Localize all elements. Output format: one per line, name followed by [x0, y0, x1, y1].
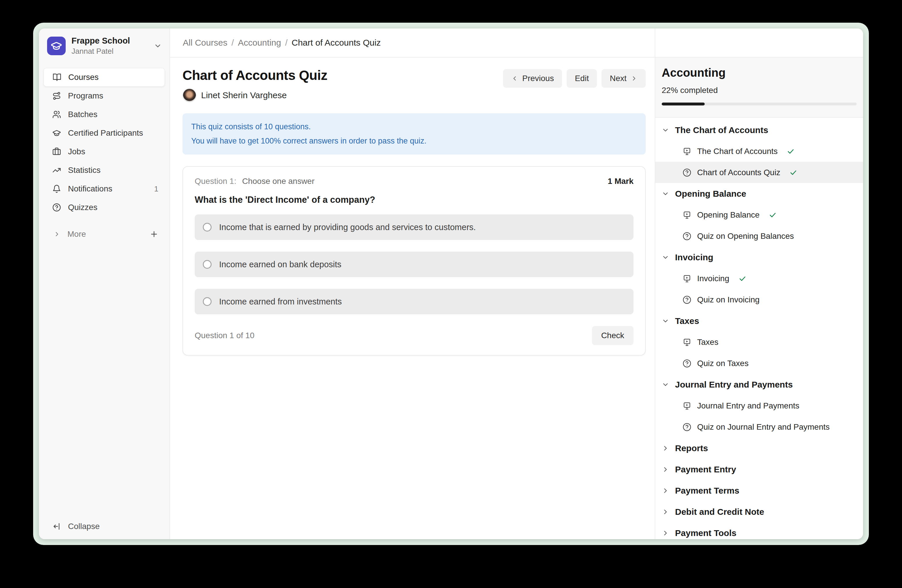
- outline-section-label: Journal Entry and Payments: [675, 380, 793, 389]
- outline-section-opening-balance[interactable]: Opening Balance: [655, 183, 863, 204]
- course-progress-fill: [662, 103, 705, 105]
- outline-item-label: The Chart of Accounts: [697, 147, 778, 156]
- outline-item-the-chart-of-accounts[interactable]: The Chart of Accounts: [655, 141, 863, 162]
- outline-item-journal-entry-and-payments[interactable]: Journal Entry and Payments: [655, 395, 863, 416]
- question-number-label: Question 1:: [195, 177, 236, 186]
- outline-section-invoicing[interactable]: Invoicing: [655, 247, 863, 268]
- quiz-icon: [683, 296, 691, 304]
- chevron-right-icon: [662, 529, 669, 537]
- chevron-right-icon: [662, 444, 669, 452]
- quiz-icon: [683, 232, 691, 241]
- sidebar: Frappe School Jannat Patel CoursesProgra…: [39, 28, 170, 539]
- sidebar-item-label: Quizzes: [68, 203, 97, 212]
- chevron-down-icon: [662, 127, 669, 134]
- chevron-right-icon: [662, 466, 669, 473]
- answer-option-2[interactable]: Income earned on bank deposits: [195, 252, 634, 277]
- previous-button[interactable]: Previous: [503, 69, 562, 88]
- completed-check-icon: [789, 169, 797, 176]
- workspace-switcher[interactable]: Frappe School Jannat Patel: [47, 36, 164, 56]
- sidebar-item-courses[interactable]: Courses: [44, 68, 165, 87]
- course-progress-header: Accounting 22% completed: [655, 58, 863, 118]
- sidebar-menu: CoursesProgramsBatchesCertified Particip…: [39, 68, 169, 217]
- outline-item-opening-balance[interactable]: Opening Balance: [655, 204, 863, 225]
- chevron-right-icon: [53, 231, 60, 238]
- outline-section-label: The Chart of Accounts: [675, 125, 768, 135]
- outline-item-quiz-on-opening-balances[interactable]: Quiz on Opening Balances: [655, 225, 863, 247]
- chevron-left-icon: [511, 75, 518, 82]
- radio-button[interactable]: [203, 223, 211, 231]
- course-progress-text: 22% completed: [662, 86, 857, 95]
- lesson-icon: [683, 274, 691, 283]
- main-area: All Courses / Accounting / Chart of Acco…: [170, 28, 655, 539]
- outline-section-payment-tools[interactable]: Payment Tools: [655, 522, 863, 539]
- banner-line-2: You will have to get 100% correct answer…: [191, 134, 637, 148]
- quiz-info-banner: This quiz consists of 10 questions. You …: [183, 113, 646, 155]
- sidebar-item-label: Jobs: [68, 147, 85, 156]
- course-outline-panel: Accounting 22% completed The Chart of Ac…: [655, 28, 863, 539]
- author-name: Linet Sherin Varghese: [201, 90, 287, 100]
- next-button[interactable]: Next: [601, 69, 646, 88]
- radio-button[interactable]: [203, 260, 211, 269]
- edit-button[interactable]: Edit: [567, 69, 597, 88]
- lesson-icon: [683, 211, 691, 219]
- sidebar-collapse-button[interactable]: Collapse: [39, 522, 169, 539]
- quiz-icon: [683, 168, 691, 177]
- sidebar-item-label: Certified Participants: [68, 128, 143, 138]
- course-progress-bar: [662, 103, 857, 105]
- help-circle-icon: [52, 203, 61, 212]
- completed-check-icon: [787, 148, 794, 155]
- app-window: Frappe School Jannat Patel CoursesProgra…: [39, 28, 863, 539]
- quiz-page: Chart of Accounts Quiz Linet Sherin Varg…: [170, 58, 655, 539]
- panel-top-spacer: [655, 28, 863, 58]
- lesson-icon: [683, 147, 691, 156]
- breadcrumb-all-courses[interactable]: All Courses: [183, 38, 227, 48]
- outline-section-label: Payment Tools: [675, 528, 736, 538]
- sidebar-item-quizzes[interactable]: Quizzes: [44, 198, 165, 217]
- sidebar-more-button[interactable]: More: [39, 225, 169, 244]
- completed-check-icon: [769, 211, 777, 219]
- outline-item-invoicing[interactable]: Invoicing: [655, 268, 863, 289]
- sidebar-item-programs[interactable]: Programs: [44, 87, 165, 105]
- outline-item-quiz-on-invoicing[interactable]: Quiz on Invoicing: [655, 289, 863, 310]
- sidebar-item-label: Statistics: [68, 166, 100, 175]
- outline-section-payment-entry[interactable]: Payment Entry: [655, 459, 863, 480]
- outline-section-label: Payment Entry: [675, 464, 736, 474]
- banner-line-1: This quiz consists of 10 questions.: [191, 120, 637, 134]
- chevron-right-icon: [662, 487, 669, 494]
- frappe-school-logo-icon: [47, 37, 66, 55]
- chevron-down-icon: [662, 381, 669, 388]
- question-text: What is the 'Direct Income' of a company…: [195, 195, 634, 205]
- question-progress: Question 1 of 10: [195, 331, 254, 340]
- sidebar-item-label: Programs: [68, 91, 103, 100]
- collapse-label: Collapse: [68, 522, 100, 531]
- breadcrumb-accounting[interactable]: Accounting: [238, 38, 281, 48]
- sidebar-more-label: More: [67, 230, 86, 239]
- question-marks: 1 Mark: [608, 177, 634, 186]
- answer-option-1[interactable]: Income that is earned by providing goods…: [195, 214, 634, 240]
- outline-section-payment-terms[interactable]: Payment Terms: [655, 480, 863, 501]
- outline-item-taxes[interactable]: Taxes: [655, 332, 863, 353]
- outline-item-quiz-on-journal-entry-and-payments[interactable]: Quiz on Journal Entry and Payments: [655, 416, 863, 438]
- outline-section-label: Debit and Credit Note: [675, 507, 764, 517]
- sidebar-item-certified-participants[interactable]: Certified Participants: [44, 124, 165, 142]
- bell-icon: [52, 185, 61, 193]
- check-button[interactable]: Check: [592, 326, 634, 345]
- outline-item-chart-of-accounts-quiz[interactable]: Chart of Accounts Quiz: [655, 162, 863, 183]
- outline-section-journal-entry-and-payments[interactable]: Journal Entry and Payments: [655, 374, 863, 395]
- sidebar-item-jobs[interactable]: Jobs: [44, 142, 165, 161]
- outline-section-reports[interactable]: Reports: [655, 438, 863, 459]
- sidebar-item-batches[interactable]: Batches: [44, 105, 165, 124]
- chevron-down-icon: [662, 253, 669, 261]
- sidebar-item-notifications[interactable]: Notifications1: [44, 180, 165, 198]
- outline-item-label: Quiz on Opening Balances: [697, 231, 794, 241]
- outline-section-taxes[interactable]: Taxes: [655, 310, 863, 332]
- sidebar-item-statistics[interactable]: Statistics: [44, 161, 165, 180]
- book-open-icon: [53, 73, 61, 81]
- outline-item-quiz-on-taxes[interactable]: Quiz on Taxes: [655, 353, 863, 374]
- answer-option-3[interactable]: Income earned from investments: [195, 289, 634, 314]
- add-button[interactable]: [150, 230, 158, 239]
- chevron-down-icon: [154, 42, 162, 50]
- outline-section-the-chart-of-accounts[interactable]: The Chart of Accounts: [655, 119, 863, 141]
- outline-section-debit-and-credit-note[interactable]: Debit and Credit Note: [655, 501, 863, 522]
- radio-button[interactable]: [203, 297, 211, 306]
